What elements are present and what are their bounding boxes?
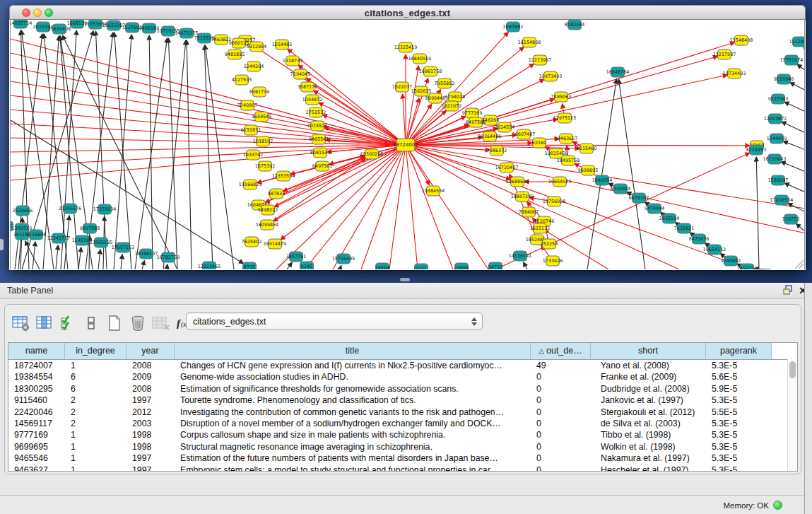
- table-cell[interactable]: Franke et al. (2009): [591, 371, 706, 382]
- table-cell[interactable]: 2012: [126, 407, 175, 418]
- table-selector-dropdown[interactable]: citations_edges.txt: [186, 313, 483, 330]
- table-cell[interactable]: 5.3E-5: [706, 429, 772, 440]
- table-cell[interactable]: 0: [531, 452, 591, 464]
- graph-node[interactable]: 9097588: [80, 223, 100, 233]
- graph-node[interactable]: 252254: [541, 239, 558, 249]
- graph-node[interactable]: 7884067: [519, 207, 539, 217]
- table-cell[interactable]: 5.3E-5: [706, 360, 772, 371]
- graph-node[interactable]: 17359934: [93, 204, 117, 214]
- canvas-resize-grip-icon[interactable]: [795, 260, 804, 269]
- graph-node[interactable]: 10607487: [512, 129, 536, 139]
- graph-node[interactable]: 6679197: [629, 193, 649, 203]
- table-cell[interactable]: 5.3E-5: [706, 418, 772, 429]
- graph-node[interactable]: 19166823: [239, 180, 262, 189]
- graph-edge[interactable]: [204, 45, 213, 269]
- table-cell[interactable]: 5.6E-5: [706, 371, 772, 382]
- graph-node[interactable]: 6794028: [445, 92, 465, 102]
- graph-edge[interactable]: [361, 145, 406, 269]
- table-cell[interactable]: Disruption of a novel member of a sodium…: [175, 418, 531, 429]
- graph-node[interactable]: 8935: [11, 221, 13, 231]
- graph-edge[interactable]: [62, 35, 177, 269]
- graph-edge[interactable]: [273, 145, 406, 221]
- graph-edge[interactable]: [524, 262, 527, 269]
- graph-node[interactable]: 9331: [415, 264, 428, 269]
- table-cell[interactable]: 5.3E-5: [706, 465, 772, 472]
- graph-node[interactable]: 11548408: [730, 35, 753, 45]
- graph-node[interactable]: 9151811: [241, 125, 261, 135]
- graph-node[interactable]: 9474444: [645, 204, 664, 214]
- graph-node[interactable]: 18640910: [408, 54, 432, 64]
- table-cell[interactable]: 9465546: [8, 452, 65, 464]
- graph-node[interactable]: 12923465: [198, 262, 221, 269]
- graph-edge[interactable]: [406, 145, 418, 269]
- graph-node[interactable]: 1621072: [442, 101, 461, 111]
- table-cell[interactable]: Hescheler et al. (1997): [591, 465, 706, 472]
- table-cell[interactable]: 0: [531, 383, 591, 395]
- table-cell[interactable]: 5.3E-5: [706, 395, 772, 406]
- graph-node[interactable]: 9699695: [578, 165, 598, 175]
- table-cell[interactable]: Nakamura et al. (1997): [591, 452, 706, 464]
- graph-node[interactable]: 3857791: [286, 252, 306, 262]
- graph-edge[interactable]: [25, 241, 40, 269]
- graph-edge[interactable]: [790, 83, 805, 90]
- graph-edge[interactable]: [406, 145, 805, 233]
- graph-node[interactable]: 7386372: [487, 146, 507, 156]
- table-vertical-scrollbar[interactable]: [787, 359, 797, 471]
- graph-node[interactable]: 19654923: [548, 177, 572, 187]
- column-header-name[interactable]: name: [8, 343, 65, 359]
- float-panel-icon[interactable]: [782, 285, 794, 297]
- delete-column-button[interactable]: [127, 313, 148, 334]
- table-cell[interactable]: 6: [65, 371, 126, 382]
- graph-node[interactable]: 1244419: [767, 134, 787, 144]
- table-cell[interactable]: Jankovic et al. (1997): [591, 395, 706, 406]
- table-cell[interactable]: 1: [65, 452, 126, 464]
- graph-node[interactable]: 19756928: [543, 197, 566, 206]
- table-cell[interactable]: 2003: [126, 418, 175, 429]
- table-cell[interactable]: Estimation of significance thresholds fo…: [175, 383, 531, 395]
- graph-node[interactable]: 84716: [488, 262, 502, 269]
- graph-node[interactable]: 1675392: [255, 161, 275, 171]
- table-cell[interactable]: Genome-wide association studies in ADHD.: [175, 371, 531, 382]
- table-cell[interactable]: 1998: [126, 429, 175, 440]
- graph-node[interactable]: 18495758: [557, 156, 580, 165]
- scrollbar-thumb[interactable]: [789, 361, 796, 378]
- graph-node[interactable]: 887833: [268, 189, 285, 199]
- table-cell[interactable]: 0: [531, 407, 591, 418]
- graph-node[interactable]: 62160: [532, 138, 546, 148]
- graph-node[interactable]: 7632621: [674, 223, 694, 233]
- graph-node[interactable]: 12217987: [713, 49, 736, 59]
- graph-edge[interactable]: [163, 40, 186, 269]
- graph-node[interactable]: 16782759: [157, 252, 180, 262]
- graph-node[interactable]: 19384554: [422, 186, 445, 196]
- graph-node[interactable]: 1498222: [258, 205, 278, 215]
- graph-node[interactable]: 8361734: [249, 87, 269, 97]
- table-cell[interactable]: 0: [531, 465, 591, 472]
- graph-edge[interactable]: [187, 40, 192, 269]
- graph-node[interactable]: 16504: [375, 263, 389, 269]
- graph-node[interactable]: 8471676: [689, 234, 709, 244]
- table-cell[interactable]: Embryonic stem cells: a model to study s…: [175, 465, 531, 472]
- table-settings-button[interactable]: [11, 313, 32, 334]
- graph-edge[interactable]: [389, 145, 406, 269]
- table-cell[interactable]: 49: [531, 360, 591, 371]
- memory-status-button[interactable]: Memory: OK: [719, 500, 787, 510]
- graph-node[interactable]: 4127515: [232, 75, 252, 85]
- graph-node[interactable]: 5912954: [247, 42, 266, 52]
- graph-node[interactable]: 12353594: [272, 171, 295, 181]
- graph-node[interactable]: 16961758: [419, 66, 442, 76]
- graph-node[interactable]: 12975115: [553, 113, 577, 123]
- graph-node[interactable]: 9115460: [577, 144, 596, 153]
- graph-node[interactable]: 7955812: [435, 78, 454, 88]
- graph-node[interactable]: 15751074: [780, 55, 804, 65]
- graph-edge[interactable]: [333, 145, 406, 269]
- graph-node[interactable]: 14055724: [11, 20, 32, 28]
- table-cell[interactable]: Changes of HCN gene expression and I(f) …: [175, 360, 531, 371]
- table-cell[interactable]: 2: [65, 418, 126, 429]
- table-cell[interactable]: 2: [65, 407, 126, 418]
- graph-node[interactable]: 8183044: [565, 20, 584, 30]
- table-cell[interactable]: 9777169: [8, 429, 65, 440]
- graph-node[interactable]: 7485063: [551, 92, 571, 102]
- graph-node[interactable]: 12325419: [394, 42, 418, 52]
- graph-edge[interactable]: [276, 145, 406, 269]
- graph-node[interactable]: 10654112: [703, 245, 726, 255]
